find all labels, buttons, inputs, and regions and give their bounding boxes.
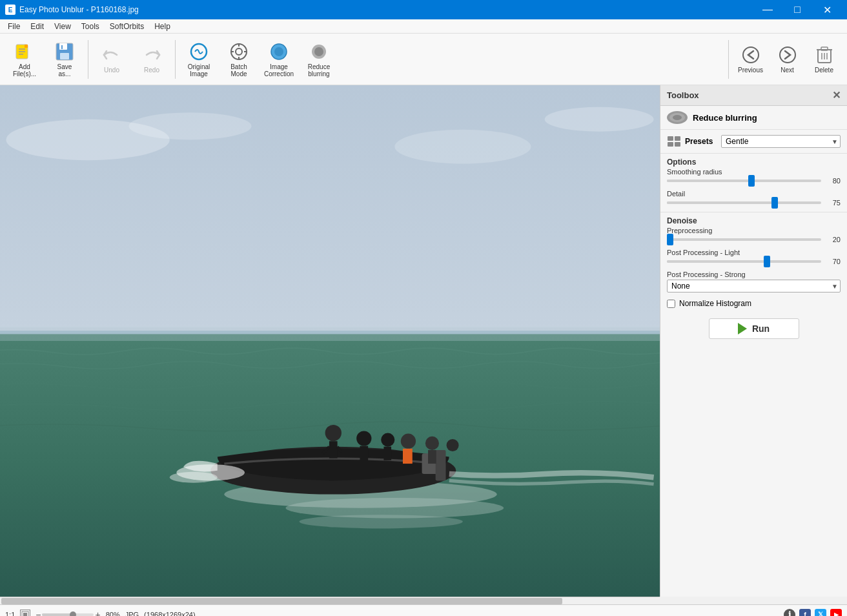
- svg-point-19: [314, 47, 323, 56]
- next-button[interactable]: Next: [770, 37, 805, 82]
- menu-edit[interactable]: Edit: [25, 21, 49, 32]
- svg-point-20: [743, 47, 759, 63]
- post-processing-light-value: 70: [825, 258, 841, 265]
- menu-bar: File Edit View Tools SoftOrbits Help: [0, 19, 847, 34]
- presets-dropdown-container: Gentle Medium Strong Custom ▼: [721, 135, 841, 148]
- svg-point-17: [274, 47, 283, 56]
- normalize-histogram-label: Normalize Histogram: [679, 299, 751, 308]
- zoom-percent: 80%: [106, 611, 120, 617]
- preprocessing-slider[interactable]: [667, 238, 821, 241]
- next-icon: [777, 45, 798, 65]
- menu-tools[interactable]: Tools: [76, 21, 105, 32]
- run-button[interactable]: Run: [709, 318, 799, 339]
- batch-mode-icon: [229, 41, 249, 62]
- undo-icon: [101, 45, 122, 65]
- menu-file[interactable]: File: [3, 21, 25, 32]
- batch-mode-button[interactable]: Batch Mode: [219, 37, 258, 82]
- presets-row: Presets Gentle Medium Strong Custom ▼: [667, 135, 841, 148]
- svg-rect-7: [60, 53, 69, 59]
- svg-rect-50: [403, 449, 413, 464]
- svg-rect-62: [675, 142, 680, 147]
- add-files-icon: [14, 41, 35, 62]
- run-button-container: Run: [660, 312, 847, 345]
- original-image-icon: [189, 41, 209, 62]
- post-processing-light-slider[interactable]: [667, 260, 821, 263]
- status-left: 1:1 − + 80% JPG (1968x1269x24): [5, 610, 196, 617]
- detail-row: Detail 75: [660, 190, 847, 212]
- svg-point-47: [381, 433, 394, 447]
- redo-icon: [141, 45, 162, 65]
- redo-label: Redo: [144, 67, 159, 74]
- undo-button[interactable]: Undo: [92, 37, 131, 82]
- zoom-out-button[interactable]: −: [36, 610, 41, 617]
- previous-button[interactable]: Previous: [733, 37, 768, 82]
- add-files-button[interactable]: Add File(s)...: [5, 37, 44, 82]
- preprocessing-row: Preprocessing 20: [660, 227, 847, 249]
- detail-value: 75: [825, 199, 841, 207]
- original-image-button[interactable]: Original Image: [179, 37, 218, 82]
- svg-point-49: [401, 434, 416, 449]
- save-as-label: Save as...: [57, 63, 72, 77]
- horizontal-scrollbar[interactable]: [0, 597, 660, 604]
- options-label: Options: [660, 154, 847, 168]
- preprocessing-label: Preprocessing: [667, 227, 841, 234]
- svg-point-37: [299, 515, 462, 528]
- image-correction-button[interactable]: Image Correction: [260, 37, 298, 82]
- zoom-fit-icon[interactable]: [20, 610, 30, 617]
- zoom-in-button[interactable]: +: [95, 610, 100, 617]
- menu-view[interactable]: View: [49, 21, 76, 32]
- presets-dropdown[interactable]: Gentle Medium Strong Custom: [721, 135, 841, 148]
- reduce-blurring-label: Reduce blurring: [308, 63, 330, 77]
- reduce-blurring-button[interactable]: Reduce blurring: [300, 37, 338, 82]
- svg-rect-60: [675, 136, 680, 141]
- menu-softorbits[interactable]: SoftOrbits: [105, 21, 149, 32]
- redo-button[interactable]: Redo: [132, 37, 171, 82]
- delete-button[interactable]: Delete: [806, 37, 842, 82]
- svg-point-58: [673, 115, 682, 120]
- post-processing-light-label: Post Processing - Light: [667, 249, 841, 256]
- svg-rect-52: [428, 450, 436, 464]
- svg-rect-6: [59, 43, 67, 50]
- boat-scene-svg: [0, 85, 660, 597]
- separator-right: [728, 40, 729, 79]
- image-correction-icon: [269, 41, 289, 62]
- smoothing-radius-slider[interactable]: [667, 180, 821, 182]
- post-processing-strong-dropdown[interactable]: None Light Medium Strong: [667, 280, 841, 293]
- close-button[interactable]: ✕: [812, 0, 842, 19]
- detail-slider[interactable]: [667, 201, 821, 204]
- zoom-ratio: 1:1: [5, 611, 15, 617]
- zoom-slider-thumb[interactable]: [70, 611, 76, 617]
- toolbox-close-button[interactable]: ✕: [832, 89, 841, 101]
- detail-label: Detail: [667, 190, 841, 198]
- scrollbar-thumb[interactable]: [1, 598, 562, 604]
- detail-slider-container: 75: [667, 199, 841, 207]
- reduce-blurring-icon: [667, 111, 688, 124]
- minimize-button[interactable]: —: [753, 0, 782, 19]
- svg-point-53: [447, 439, 459, 451]
- youtube-icon[interactable]: ▶: [830, 609, 842, 617]
- file-format: JPG: [125, 611, 139, 617]
- menu-help[interactable]: Help: [149, 21, 176, 32]
- maximize-button[interactable]: □: [782, 0, 812, 19]
- facebook-icon[interactable]: f: [799, 609, 811, 617]
- delete-label: Delete: [815, 67, 833, 74]
- status-right: ℹ f 𝕏 ▶: [784, 609, 842, 617]
- toolbar: Add File(s)... Save as... Undo Redo Orig…: [0, 34, 847, 85]
- denoise-label: Denoise: [660, 212, 847, 227]
- svg-point-45: [356, 431, 371, 446]
- info-icon[interactable]: ℹ: [784, 609, 795, 617]
- twitter-icon[interactable]: 𝕏: [815, 609, 826, 617]
- normalize-histogram-checkbox[interactable]: [667, 300, 675, 308]
- toolbox-header: Toolbox ✕: [660, 85, 847, 106]
- presets-icon: [667, 136, 681, 147]
- preprocessing-slider-container: 20: [667, 236, 841, 243]
- svg-marker-1: [25, 45, 28, 48]
- save-as-button[interactable]: Save as...: [45, 37, 84, 82]
- save-as-icon: [54, 41, 75, 62]
- canvas-area[interactable]: [0, 85, 660, 597]
- zoom-slider[interactable]: [42, 613, 94, 616]
- zoom-control: − +: [36, 610, 100, 617]
- post-processing-strong-label: Post Processing - Strong: [667, 271, 841, 278]
- svg-point-32: [545, 107, 654, 132]
- post-processing-light-row: Post Processing - Light 70: [660, 249, 847, 271]
